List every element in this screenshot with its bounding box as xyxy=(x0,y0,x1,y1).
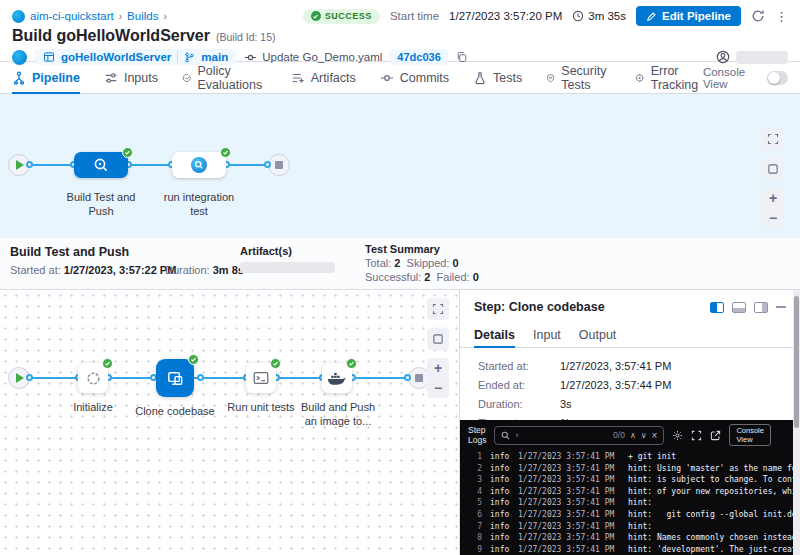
edit-pipeline-button[interactable]: Edit Pipeline xyxy=(636,6,741,26)
tab-policy-evaluations[interactable]: Policy Evaluations xyxy=(182,62,267,93)
started-at-label: Started at: xyxy=(10,264,61,276)
build-tabbar: Pipeline Inputs Policy Evaluations Artif… xyxy=(0,62,800,94)
minimize-panel-button[interactable] xyxy=(776,306,786,308)
step-node-initialize[interactable] xyxy=(78,363,108,393)
log-line: 8info1/27/2023 3:57:41 PMhint: Names com… xyxy=(468,532,800,544)
stop-icon xyxy=(415,374,423,382)
zoom-out-button[interactable]: − xyxy=(427,378,449,398)
layout-split-button[interactable] xyxy=(710,302,724,313)
connector-dot xyxy=(26,374,33,381)
connector-dot xyxy=(197,374,204,381)
step-label[interactable]: Initialize xyxy=(58,400,128,414)
console-view-button[interactable]: ConsoleView xyxy=(729,424,771,446)
layout-right-button[interactable] xyxy=(754,302,768,313)
zoom-in-button[interactable]: + xyxy=(427,358,449,378)
tab-pipeline[interactable]: Pipeline xyxy=(12,62,80,93)
log-lines[interactable]: 1info1/27/2023 3:57:41 PM+ git init 2inf… xyxy=(460,448,800,555)
log-search-input[interactable]: › 0/0 ∧ ∨ × xyxy=(494,426,664,445)
stage-label[interactable]: run integration test xyxy=(155,190,243,219)
tab-output[interactable]: Output xyxy=(579,323,617,347)
fit-view-icon xyxy=(767,163,779,175)
search-match-count: 0/0 xyxy=(613,430,625,440)
stage-node-run-integration-test[interactable] xyxy=(172,152,226,178)
breadcrumb-project[interactable]: aim-ci-quickstart xyxy=(30,10,114,22)
log-line: 9info1/27/2023 3:57:41 PMhint: 'developm… xyxy=(468,544,800,555)
fullscreen-icon xyxy=(767,133,779,145)
redacted-username xyxy=(736,51,788,64)
tab-security-tests[interactable]: Security Tests xyxy=(546,62,611,93)
stage-graph-canvas[interactable]: Build Test and Push run integration test… xyxy=(0,94,800,238)
console-log-panel: StepLogs › 0/0 ∧ ∨ × ConsoleView xyxy=(460,420,800,555)
log-line: 1info1/27/2023 3:57:41 PM+ git init xyxy=(468,451,800,463)
field-label: Duration: xyxy=(478,398,560,410)
log-fullscreen-button[interactable] xyxy=(691,430,702,441)
scrollbar-thumb[interactable] xyxy=(794,296,799,428)
clock-icon xyxy=(572,10,584,22)
log-line: 3info1/27/2023 3:57:41 PMhint: is subjec… xyxy=(468,474,800,486)
step-node-clone-codebase[interactable] xyxy=(156,359,194,397)
breadcrumb-builds[interactable]: Builds xyxy=(127,10,158,22)
field-label: Ended at: xyxy=(478,379,560,391)
connector-line xyxy=(276,377,322,379)
more-options-button[interactable]: ⋮ xyxy=(775,9,788,24)
console-view-toggle[interactable] xyxy=(767,71,788,85)
step-label[interactable]: Build and Push an image to... xyxy=(297,400,379,429)
policy-icon xyxy=(182,71,192,85)
check-icon xyxy=(311,11,321,21)
log-line: 5info1/27/2023 3:57:41 PMhint: xyxy=(468,497,800,509)
breadcrumb: aim-ci-quickstart › Builds › xyxy=(12,10,167,23)
connector-line xyxy=(30,377,78,379)
layout-bottom-button[interactable] xyxy=(732,302,746,313)
success-badge-icon xyxy=(346,358,357,369)
open-external-button[interactable] xyxy=(710,430,721,441)
success-badge-icon xyxy=(102,358,113,369)
success-badge-icon xyxy=(188,354,199,365)
search-prompt: › xyxy=(515,430,518,440)
step-node-build-and-push[interactable] xyxy=(322,363,352,393)
tab-error-tracking[interactable]: Error Tracking xyxy=(635,62,702,93)
pipeline-end-node xyxy=(268,154,290,176)
execution-graph-canvas[interactable]: Initialize Clone codebase Run unit tests… xyxy=(0,290,460,555)
step-label[interactable]: Clone codebase xyxy=(135,404,215,418)
pencil-icon xyxy=(646,11,657,22)
status-badge: SUCCESS xyxy=(303,9,380,24)
search-icon xyxy=(501,431,510,440)
log-line: 4info1/27/2023 3:57:41 PMhint: of your n… xyxy=(468,486,800,498)
log-line: 6info1/27/2023 3:57:41 PMhint: git confi… xyxy=(468,509,800,521)
zoom-in-button[interactable]: + xyxy=(762,188,784,208)
fit-view-button[interactable] xyxy=(427,328,449,350)
tab-artifacts[interactable]: Artifacts xyxy=(291,62,356,93)
copy-icon[interactable] xyxy=(456,51,468,63)
zoom-out-button[interactable]: − xyxy=(762,208,784,228)
stage-node-build-test-and-push[interactable] xyxy=(74,152,128,178)
tab-details[interactable]: Details xyxy=(474,323,515,347)
step-label[interactable]: Run unit tests xyxy=(226,400,296,414)
refresh-button[interactable] xyxy=(751,9,765,23)
search-prev-icon[interactable]: ∧ xyxy=(630,431,636,440)
step-logs-label: StepLogs xyxy=(468,425,486,445)
vertical-scrollbar[interactable] xyxy=(793,290,800,555)
search-clear-icon[interactable]: × xyxy=(652,430,658,441)
tab-inputs[interactable]: Inputs xyxy=(104,62,158,93)
stage-label[interactable]: Build Test and Push xyxy=(57,190,145,219)
fullscreen-icon xyxy=(432,303,444,315)
stage-graph-controls: + − xyxy=(762,128,784,228)
fit-view-button[interactable] xyxy=(762,158,784,180)
field-value: 1/27/2023, 3:57:44 PM xyxy=(560,379,671,391)
log-settings-button[interactable] xyxy=(672,430,683,441)
console-view-label: Console View xyxy=(703,66,759,90)
zoom-controls: + − xyxy=(427,358,449,398)
page-title: Build goHelloWorldServer xyxy=(12,27,210,45)
tab-commits[interactable]: Commits xyxy=(380,62,449,93)
tab-tests[interactable]: Tests xyxy=(473,62,522,93)
integration-test-icon xyxy=(191,157,207,173)
connector-line xyxy=(128,164,172,166)
search-next-icon[interactable]: ∨ xyxy=(641,431,647,440)
fullscreen-button[interactable] xyxy=(762,128,784,150)
play-icon xyxy=(16,160,24,170)
elapsed-time: 3m 35s xyxy=(588,10,626,22)
tab-input[interactable]: Input xyxy=(533,323,561,347)
fullscreen-button[interactable] xyxy=(427,298,449,320)
play-icon xyxy=(16,373,24,383)
step-node-run-unit-tests[interactable] xyxy=(246,363,276,393)
